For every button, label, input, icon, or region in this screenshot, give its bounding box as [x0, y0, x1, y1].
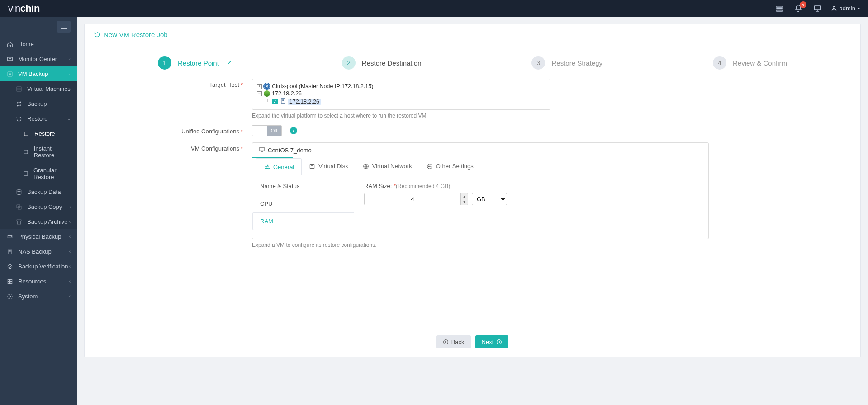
svg-rect-32: [311, 164, 313, 165]
tab-general[interactable]: General: [256, 158, 302, 175]
nav-backup-verification[interactable]: Backup Verification ‹: [0, 259, 77, 274]
nav-label: Virtual Machines: [27, 85, 71, 92]
tree-row-pool[interactable]: + ✕ Citrix-pool (Master Node IP:172.18.2…: [257, 83, 545, 90]
hamburger-icon[interactable]: [57, 21, 71, 33]
database-icon: [15, 189, 23, 195]
nav-label: Backup Data: [27, 188, 61, 195]
svg-rect-24: [10, 282, 12, 283]
step-down-icon[interactable]: ▼: [461, 199, 468, 205]
nav-physical-backup[interactable]: Physical Backup ‹: [0, 229, 77, 244]
nav-restore-sub[interactable]: Restore: [0, 126, 77, 141]
tree-row-host[interactable]: − 172.18.2.26: [257, 90, 545, 97]
ram-size-input[interactable]: ▲▼: [364, 193, 468, 205]
archive-icon: [15, 219, 23, 225]
nav-system[interactable]: System ‹: [0, 289, 77, 304]
host-tree[interactable]: + ✕ Citrix-pool (Master Node IP:172.18.2…: [252, 79, 550, 110]
step-4[interactable]: 4 Review & Confirm: [713, 56, 787, 70]
svg-point-12: [17, 189, 21, 191]
arrow-right-icon: [496, 339, 502, 345]
step-3[interactable]: 3 Restore Strategy: [531, 56, 602, 70]
hint-text: Expand the virtual platform to select a …: [252, 113, 550, 119]
nav-instant-restore[interactable]: Instant Restore: [0, 141, 77, 163]
step-2[interactable]: 2 Restore Destination: [342, 56, 422, 70]
info-icon[interactable]: i: [290, 127, 297, 134]
hint-text: Expand a VM to configure its restore con…: [252, 242, 709, 248]
svg-rect-1: [777, 8, 782, 9]
sidebar: Home Monitor Center ‹ VM Backup ⌄ Virtua…: [0, 17, 77, 405]
toggle-off-label: Off: [267, 126, 281, 136]
chevron-left-icon: ‹: [69, 279, 71, 284]
nav-granular-restore[interactable]: Granular Restore: [0, 163, 77, 184]
nav-backup-copy[interactable]: Backup Copy ‹: [0, 199, 77, 214]
chevron-down-icon: ▾: [858, 6, 860, 11]
monitor-icon: [259, 146, 265, 154]
server-icon: [23, 131, 30, 137]
home-icon: [6, 41, 14, 47]
vm-header[interactable]: CentOS 7_demo —: [252, 143, 708, 158]
side-item-cpu[interactable]: CPU: [252, 195, 354, 212]
unified-toggle[interactable]: Off: [252, 125, 282, 136]
ram-unit-select[interactable]: GB: [472, 193, 507, 205]
gauge-icon: [6, 56, 14, 62]
tab-virtual-disk[interactable]: Virtual Disk: [302, 158, 356, 175]
svg-rect-22: [10, 279, 12, 281]
tree-expand-icon[interactable]: +: [257, 84, 262, 89]
nav-backup-archive[interactable]: Backup Archive ‹: [0, 214, 77, 229]
nav-backup-data[interactable]: Backup Data: [0, 184, 77, 199]
nav-label: NAS Backup: [18, 248, 52, 255]
chevron-down-icon: ⌄: [67, 71, 71, 76]
svg-point-29: [266, 166, 266, 167]
nav-label: Granular Restore: [33, 167, 71, 180]
tab-other-settings[interactable]: Other Settings: [419, 158, 481, 175]
config-tabs: General Virtual Disk Virtual Network: [252, 158, 708, 175]
step-1[interactable]: 1 Restore Point ✔: [158, 56, 232, 70]
svg-point-30: [268, 168, 269, 169]
nav-vm-backup[interactable]: VM Backup ⌄: [0, 66, 77, 81]
nav-label: Backup: [27, 100, 47, 107]
tree-label: 172.18.2.26: [272, 90, 302, 97]
brand-logo: vinchin: [8, 3, 40, 14]
nav-home[interactable]: Home: [0, 37, 77, 52]
checkbox-checked-icon[interactable]: ✓: [272, 99, 278, 104]
tree-collapse-icon[interactable]: −: [257, 91, 262, 96]
svg-point-18: [11, 236, 11, 237]
svg-rect-21: [8, 279, 9, 281]
ram-size-field[interactable]: [365, 193, 460, 205]
vm-name: CentOS 7_demo: [268, 147, 312, 154]
tab-virtual-network[interactable]: Virtual Network: [356, 158, 419, 175]
tab-label: Virtual Network: [372, 163, 412, 170]
svg-rect-8: [17, 89, 21, 91]
form-label: Target Host*: [103, 79, 252, 119]
stepper[interactable]: ▲▼: [460, 193, 468, 205]
globe-icon: [264, 90, 270, 97]
step-label: Restore Strategy: [551, 59, 602, 67]
svg-point-35: [428, 166, 429, 166]
nav-virtual-machines[interactable]: Virtual Machines: [0, 81, 77, 96]
nav-restore[interactable]: Restore ⌄: [0, 111, 77, 126]
monitor-icon[interactable]: [812, 3, 823, 14]
tree-row-host-child[interactable]: └ ✓ 172.18.2.26: [257, 97, 545, 106]
step-number: 4: [713, 56, 726, 70]
vm-config-panel: CentOS 7_demo — General Virtu: [252, 142, 709, 239]
svg-rect-23: [8, 282, 9, 283]
list-icon[interactable]: [774, 3, 785, 14]
check-shield-icon: [6, 264, 14, 270]
step-up-icon[interactable]: ▲: [461, 193, 468, 199]
bell-icon[interactable]: 5: [793, 3, 804, 14]
svg-rect-31: [310, 164, 314, 168]
nav-backup[interactable]: Backup: [0, 96, 77, 111]
nav-nas-backup[interactable]: NAS Backup ‹: [0, 244, 77, 259]
back-button[interactable]: Back: [436, 335, 471, 348]
step-label: Restore Destination: [362, 59, 422, 67]
nav-monitor[interactable]: Monitor Center ‹: [0, 52, 77, 66]
side-item-ram[interactable]: RAM: [252, 212, 354, 230]
grid-icon: [6, 278, 14, 285]
nav-resources[interactable]: Resources ‹: [0, 274, 77, 289]
arrow-left-icon: [443, 339, 449, 345]
user-menu[interactable]: admin ▾: [831, 5, 860, 12]
collapse-icon[interactable]: —: [696, 147, 702, 154]
svg-point-36: [429, 166, 430, 166]
check-icon: ✔: [227, 60, 232, 66]
next-button[interactable]: Next: [475, 335, 509, 348]
side-item-name-status[interactable]: Name & Status: [252, 177, 354, 195]
